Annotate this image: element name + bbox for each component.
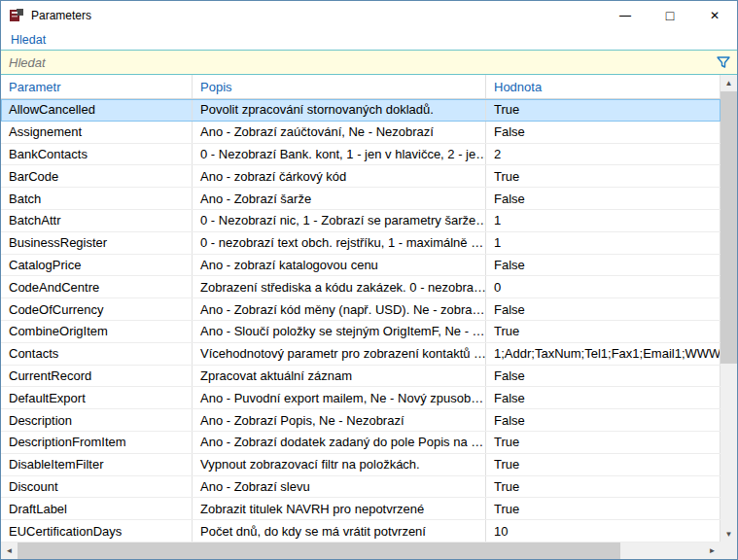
- param-cell: Description: [1, 409, 193, 431]
- param-cell: CodeAndCentre: [1, 276, 193, 298]
- horizontal-scroll-thumb[interactable]: [18, 542, 620, 559]
- param-cell: BarCode: [1, 165, 193, 187]
- hodnota-cell: False: [486, 387, 720, 408]
- maximize-button[interactable]: □: [648, 1, 692, 30]
- titlebar: Parameters — □ ✕: [1, 1, 737, 30]
- hodnota-cell: False: [486, 298, 720, 320]
- popis-cell: 0 - nezobrazí text obch. rejstříku, 1 - …: [193, 232, 486, 254]
- param-cell: CatalogPrice: [1, 255, 193, 276]
- hodnota-cell: False: [486, 122, 720, 143]
- vertical-scroll-track[interactable]: [720, 364, 737, 526]
- table-row[interactable]: DisableItemFilter Vypnout zobrazovací fi…: [1, 454, 720, 476]
- table-row[interactable]: BatchAttr 0 - Nezobrazí nic, 1 - Zobrazí…: [1, 210, 720, 232]
- param-cell: Batch: [1, 188, 193, 209]
- vertical-scroll-thumb[interactable]: [720, 91, 737, 364]
- popis-cell: Vypnout zobrazovací filtr na položkách.: [193, 454, 486, 475]
- grid-area: Parametr Popis Hodnota AllowCancelled Po…: [1, 75, 737, 542]
- table-row[interactable]: Assignement Ano - Zobrazí zaúčtování, Ne…: [1, 122, 720, 144]
- popis-cell: Zobrazit titulek NAVRH pro nepotvrzené: [193, 498, 486, 519]
- hodnota-cell: 0: [486, 276, 720, 298]
- table-row[interactable]: Description Ano - Zobrazí Popis, Ne - Ne…: [1, 409, 720, 432]
- hodnota-cell: True: [486, 165, 720, 187]
- scrollbar-corner: [720, 542, 737, 559]
- popis-cell: Zpracovat aktuální záznam: [193, 366, 486, 387]
- param-cell: EUCertificationDays: [1, 520, 193, 542]
- hodnota-cell: True: [486, 454, 720, 475]
- table-row[interactable]: Discount Ano - Zobrazí slevu True: [1, 476, 720, 499]
- param-cell: BusinessRegister: [1, 232, 193, 254]
- scroll-down-icon[interactable]: ▼: [720, 526, 737, 542]
- popis-cell: Ano - Zobrazí slevu: [193, 476, 486, 498]
- popis-cell: Povolit zpracování stornovaných dokladů.: [193, 99, 486, 121]
- app-icon: [9, 8, 24, 23]
- table-row[interactable]: CodeAndCentre Zobrazení střediska a kódu…: [1, 276, 720, 298]
- popis-cell: Ano - Sloučí položky se stejným OrigItem…: [193, 321, 486, 342]
- table-row[interactable]: BarCode Ano - zobrazí čárkový kód True: [1, 165, 720, 188]
- popis-cell: Ano - zobrazí čárkový kód: [193, 165, 486, 187]
- popis-cell: 0 - Nezobrazí Bank. kont, 1 - jen v hlav…: [193, 144, 486, 165]
- hodnota-cell: 1: [486, 232, 720, 254]
- table-row[interactable]: BusinessRegister 0 - nezobrazí text obch…: [1, 232, 720, 255]
- hodnota-cell: False: [486, 366, 720, 387]
- scroll-left-icon[interactable]: ◄: [1, 542, 18, 559]
- table-row[interactable]: EUCertificationDays Počet dnů, do kdy se…: [1, 520, 720, 542]
- hodnota-cell: True: [486, 321, 720, 342]
- param-cell: Contacts: [1, 343, 193, 365]
- param-cell: DraftLabel: [1, 498, 193, 519]
- popis-cell: Vícehodnotový parametr pro zobrazení kon…: [193, 343, 486, 365]
- popis-cell: Ano - Puvodní export mailem, Ne - Nový z…: [193, 387, 486, 408]
- hodnota-cell: 1;Addr;TaxNum;Tel1;Fax1;Email1;WWW: [486, 343, 720, 365]
- param-cell: AllowCancelled: [1, 99, 193, 121]
- close-button[interactable]: ✕: [692, 1, 737, 30]
- header-hodnota[interactable]: Hodnota: [486, 75, 720, 98]
- hodnota-cell: False: [486, 255, 720, 276]
- vertical-scrollbar[interactable]: ▲ ▼: [720, 75, 737, 542]
- hodnota-cell: True: [486, 476, 720, 498]
- bottom-scroll-row: ◄ ►: [1, 542, 737, 559]
- scroll-up-icon[interactable]: ▲: [720, 75, 737, 91]
- param-cell: BatchAttr: [1, 210, 193, 231]
- scroll-right-icon[interactable]: ►: [704, 542, 720, 559]
- funnel-icon: [716, 54, 731, 70]
- hodnota-cell: False: [486, 188, 720, 209]
- table-row[interactable]: BankContacts 0 - Nezobrazí Bank. kont, 1…: [1, 144, 720, 166]
- search-label[interactable]: Hledat: [1, 30, 737, 50]
- hodnota-cell: True: [486, 498, 720, 519]
- param-cell: Assignement: [1, 122, 193, 143]
- table-row[interactable]: CombineOrigItem Ano - Sloučí položky se …: [1, 321, 720, 343]
- minimize-button[interactable]: —: [603, 1, 648, 30]
- header-popis[interactable]: Popis: [193, 75, 486, 98]
- popis-cell: Ano - Zobrazí kód měny (např. USD). Ne -…: [193, 298, 486, 320]
- table-row[interactable]: CurrentRecord Zpracovat aktuální záznam …: [1, 366, 720, 388]
- param-cell: CombineOrigItem: [1, 321, 193, 342]
- hodnota-cell: False: [486, 409, 720, 431]
- table-row[interactable]: CatalogPrice Ano - zobrazí katalogovou c…: [1, 255, 720, 277]
- horizontal-scroll-track[interactable]: [620, 542, 704, 559]
- popis-cell: Ano - Zobrazí dodatek zadaný do pole Pop…: [193, 432, 486, 453]
- table-header: Parametr Popis Hodnota: [1, 75, 720, 99]
- hodnota-cell: 1: [486, 210, 720, 231]
- window-controls: — □ ✕: [603, 1, 737, 30]
- popis-cell: Ano - Zobrazí šarže: [193, 188, 486, 209]
- search-input[interactable]: [1, 51, 710, 74]
- table-row[interactable]: Batch Ano - Zobrazí šarže False: [1, 188, 720, 210]
- popis-cell: 0 - Nezobrazí nic, 1 - Zobrazí se parame…: [193, 210, 486, 231]
- hodnota-cell: True: [486, 99, 720, 121]
- param-cell: BankContacts: [1, 144, 193, 165]
- window-title: Parameters: [31, 9, 91, 22]
- parameters-table: Parametr Popis Hodnota AllowCancelled Po…: [1, 75, 720, 542]
- parameters-window: Parameters — □ ✕ Hledat Parametr Popis H…: [0, 0, 738, 560]
- param-cell: DisableItemFilter: [1, 454, 193, 475]
- table-row[interactable]: DefaultExport Ano - Puvodní export maile…: [1, 387, 720, 409]
- table-row[interactable]: DescriptionFromItem Ano - Zobrazí dodate…: [1, 432, 720, 454]
- table-row[interactable]: DraftLabel Zobrazit titulek NAVRH pro ne…: [1, 498, 720, 520]
- table-row[interactable]: CodeOfCurrency Ano - Zobrazí kód měny (n…: [1, 298, 720, 321]
- param-cell: CodeOfCurrency: [1, 298, 193, 320]
- horizontal-scrollbar[interactable]: ◄ ►: [1, 542, 720, 559]
- filter-button[interactable]: [710, 51, 737, 74]
- table-body: AllowCancelled Povolit zpracování storno…: [1, 99, 720, 542]
- table-row[interactable]: Contacts Vícehodnotový parametr pro zobr…: [1, 343, 720, 366]
- table-row[interactable]: AllowCancelled Povolit zpracování storno…: [1, 99, 720, 122]
- popis-cell: Ano - zobrazí katalogovou cenu: [193, 255, 486, 276]
- header-parametr[interactable]: Parametr: [1, 75, 193, 98]
